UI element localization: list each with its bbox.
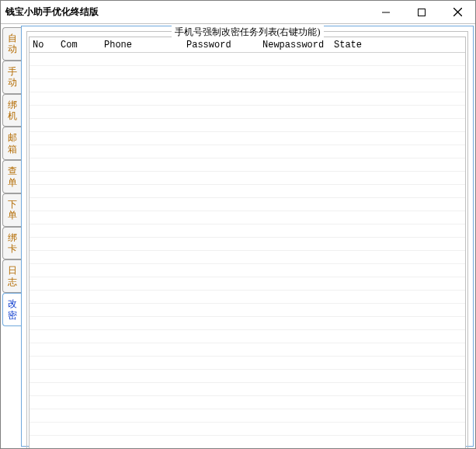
col-phone[interactable]: Phone bbox=[101, 37, 183, 52]
table-row bbox=[30, 304, 465, 317]
table-row bbox=[30, 79, 465, 92]
table-header: No Com Phone Password Newpassword State bbox=[30, 37, 465, 53]
window-title: 钱宝小助手优化终结版 bbox=[1, 5, 368, 19]
table-row bbox=[30, 238, 465, 251]
table-row bbox=[30, 145, 465, 158]
table-row bbox=[30, 198, 465, 211]
close-button[interactable] bbox=[440, 1, 475, 23]
table-row bbox=[30, 185, 465, 198]
table-row bbox=[30, 383, 465, 396]
titlebar: 钱宝小助手优化终结版 bbox=[1, 1, 475, 24]
table-row bbox=[30, 224, 465, 238]
col-com[interactable]: Com bbox=[57, 37, 101, 52]
task-table[interactable]: No Com Phone Password Newpassword State bbox=[29, 37, 466, 448]
table-row bbox=[30, 317, 465, 330]
table-row bbox=[30, 92, 465, 106]
table-row bbox=[30, 106, 465, 119]
tab-bind-device[interactable]: 绑机 bbox=[2, 94, 21, 127]
minimize-icon bbox=[382, 9, 390, 16]
table-row bbox=[30, 343, 465, 357]
table-row bbox=[30, 291, 465, 304]
table-row bbox=[30, 396, 465, 409]
maximize-icon bbox=[418, 9, 426, 16]
table-row bbox=[30, 119, 465, 132]
tab-log[interactable]: 日志 bbox=[2, 259, 21, 293]
close-icon bbox=[453, 8, 462, 16]
client-area: 自动 手动 绑机 邮箱 查单 下单 绑卡 日志 改密 手机号强制改密任务列表(右… bbox=[1, 24, 475, 448]
content-panel: 手机号强制改密任务列表(右键功能) No Com Phone Password … bbox=[21, 26, 474, 447]
table-row bbox=[30, 132, 465, 145]
vertical-tabs: 自动 手动 绑机 邮箱 查单 下单 绑卡 日志 改密 bbox=[1, 24, 21, 448]
maximize-button[interactable] bbox=[404, 1, 440, 23]
minimize-button[interactable] bbox=[368, 1, 404, 23]
svg-rect-1 bbox=[419, 9, 426, 16]
task-groupbox: 手机号强制改密任务列表(右键功能) No Com Phone Password … bbox=[26, 31, 468, 448]
table-row bbox=[30, 370, 465, 383]
app-window: 钱宝小助手优化终结版 自动 手动 绑机 邮箱 查单 下单 绑卡 日志 改密 bbox=[0, 0, 476, 449]
table-row bbox=[30, 66, 465, 79]
table-row bbox=[30, 436, 465, 448]
table-row bbox=[30, 158, 465, 172]
table-row bbox=[30, 53, 465, 66]
col-no[interactable]: No bbox=[30, 37, 57, 52]
table-row bbox=[30, 211, 465, 224]
table-row bbox=[30, 409, 465, 423]
table-row bbox=[30, 172, 465, 185]
groupbox-title: 手机号强制改密任务列表(右键功能) bbox=[172, 26, 324, 39]
col-newpassword[interactable]: Newpassword bbox=[259, 37, 331, 52]
tab-auto[interactable]: 自动 bbox=[2, 27, 21, 61]
table-body[interactable] bbox=[30, 53, 465, 448]
table-row bbox=[30, 330, 465, 343]
window-controls bbox=[368, 1, 475, 23]
tab-change-password[interactable]: 改密 bbox=[2, 293, 21, 326]
tab-manual[interactable]: 手动 bbox=[2, 61, 21, 94]
table-row bbox=[30, 277, 465, 291]
table-row bbox=[30, 251, 465, 264]
table-row bbox=[30, 423, 465, 436]
tab-check-order[interactable]: 查单 bbox=[2, 160, 21, 193]
tab-place-order[interactable]: 下单 bbox=[2, 193, 21, 227]
col-password[interactable]: Password bbox=[183, 37, 259, 52]
tab-email[interactable]: 邮箱 bbox=[2, 127, 21, 160]
table-row bbox=[30, 357, 465, 370]
tab-bind-card[interactable]: 绑卡 bbox=[2, 227, 21, 260]
table-row bbox=[30, 264, 465, 277]
col-state[interactable]: State bbox=[331, 37, 465, 52]
